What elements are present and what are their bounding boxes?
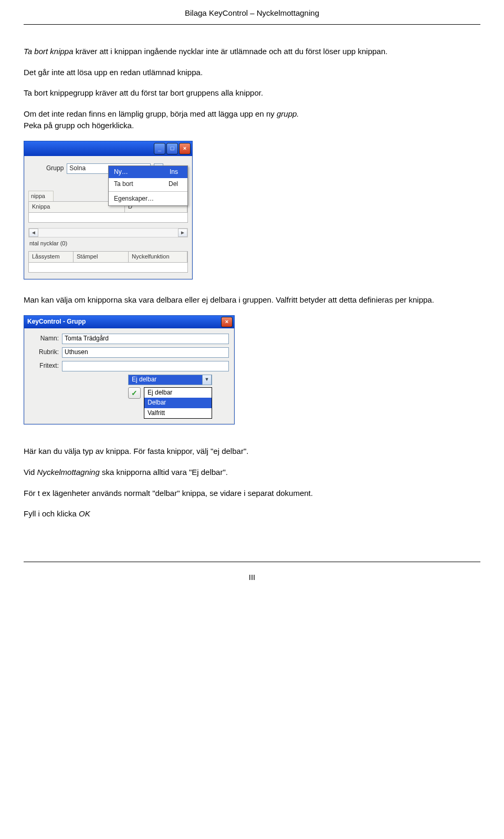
option-ej-delbar[interactable]: Ej delbar (144, 388, 212, 398)
dialog-titlebar: KeyControl - Grupp × (24, 316, 234, 328)
screenshot-group-dialog: KeyControl - Grupp × Namn: Tomta Trädgår… (24, 315, 235, 424)
paragraph-6: Man kan välja om knipporna ska vara delb… (24, 294, 480, 306)
grid-empty-row-2 (28, 263, 188, 273)
menu-item-egenskaper-label: Egenskaper… (114, 194, 154, 203)
window-minimize-icon[interactable]: _ (154, 143, 165, 154)
menu-item-tabort-label: Ta bort (114, 180, 133, 189)
rubrik-label: Rubrik: (29, 348, 62, 357)
paragraph-4-5: Om det inte redan finns en lämplig grupp… (24, 108, 480, 131)
ok-button[interactable]: ✓ (128, 387, 141, 399)
p10-italic: OK (79, 509, 90, 518)
window-maximize-icon[interactable]: □ (166, 143, 178, 154)
window-close-icon[interactable]: × (179, 143, 191, 154)
grid-header-2: Låssystem Stämpel Nyckelfunktion (28, 251, 188, 263)
context-menu: Ny… Ins Ta bort Del Egenskaper… (108, 165, 188, 206)
dialog-title: KeyControl - Grupp (27, 317, 86, 326)
scroll-right-icon[interactable]: ► (178, 229, 187, 237)
screenshot-group-context-menu: _ □ × Grupp Solna ▼ Ny… Ins Ta bort Del (24, 141, 193, 280)
p5-text: Peka på grupp och högerklicka. (24, 121, 134, 130)
delbar-options-list: Ej delbar Delbar Valfritt (144, 387, 212, 419)
header-rule (24, 24, 480, 25)
col-lassystem: Låssystem (29, 252, 74, 262)
namn-field[interactable]: Tomta Trädgård (62, 334, 229, 344)
p4-italic: grupp. (277, 109, 299, 118)
option-delbar[interactable]: Delbar (144, 398, 212, 408)
namn-label: Namn: (29, 334, 62, 343)
status-count: ntal nycklar (0) (28, 237, 188, 251)
scroll-left-icon[interactable]: ◄ (29, 229, 38, 237)
paragraph-10: Fyll i och klicka OK (24, 508, 480, 520)
paragraph-8: Vid Nyckelmottagning ska knipporna allti… (24, 467, 480, 478)
menu-item-tabort[interactable]: Ta bort Del (109, 178, 187, 190)
page-header: Bilaga KeyControl – Nyckelmottagning (24, 7, 480, 24)
paragraph-3: Ta bort knippegrupp kräver att du först … (24, 87, 480, 99)
col-stampel: Stämpel (74, 252, 129, 262)
horizontal-scrollbar[interactable]: ◄ ► (28, 228, 188, 237)
paragraph-7: Här kan du välja typ av knippa. För fast… (24, 446, 480, 457)
window-titlebar: _ □ × (24, 141, 192, 156)
grupp-label: Grupp (46, 164, 64, 173)
delbar-selected: Ej delbar (129, 375, 202, 384)
menu-item-tabort-shortcut: Del (169, 180, 178, 189)
chevron-down-icon[interactable]: ▼ (202, 375, 212, 385)
p1-italic: Ta bort knippa (24, 47, 74, 56)
menu-item-ny[interactable]: Ny… Ins (109, 166, 187, 178)
page-number: III (24, 572, 480, 583)
menu-item-ny-label: Ny… (114, 168, 128, 177)
paragraph-9: För t ex lägenheter används normalt "del… (24, 488, 480, 499)
p8-a: Vid (24, 468, 37, 477)
footer-rule (24, 562, 480, 562)
dialog-close-icon[interactable]: × (221, 317, 233, 327)
fritext-field[interactable] (62, 361, 229, 371)
fritext-label: Fritext: (29, 361, 62, 370)
paragraph-2: Det går inte att lösa upp en redan utläm… (24, 67, 480, 78)
check-icon: ✓ (131, 388, 138, 398)
p8-c: ska knipporna alltid vara "Ej delbar". (100, 468, 228, 477)
menu-item-egenskaper[interactable]: Egenskaper… (109, 193, 187, 205)
p4-text: Om det inte redan finns en lämplig grupp… (24, 109, 277, 118)
menu-item-ny-shortcut: Ins (170, 168, 178, 177)
p10-a: Fyll i och klicka (24, 509, 79, 518)
paragraph-1: Ta bort knippa kräver att i knippan ingå… (24, 46, 480, 57)
p1-rest: kräver att i knippan ingående nycklar in… (74, 47, 388, 56)
rubrik-field[interactable]: Uthusen (62, 347, 229, 358)
col-nyckelfunktion: Nyckelfunktion (129, 252, 187, 262)
menu-separator (109, 191, 187, 192)
option-valfritt[interactable]: Valfritt (144, 408, 212, 418)
grid-empty-row-1 (28, 213, 188, 223)
p8-italic: Nyckelmottagning (37, 468, 100, 477)
tab-nippa[interactable]: nippa (28, 191, 54, 202)
delbar-combobox[interactable]: Ej delbar ▼ (128, 375, 212, 385)
